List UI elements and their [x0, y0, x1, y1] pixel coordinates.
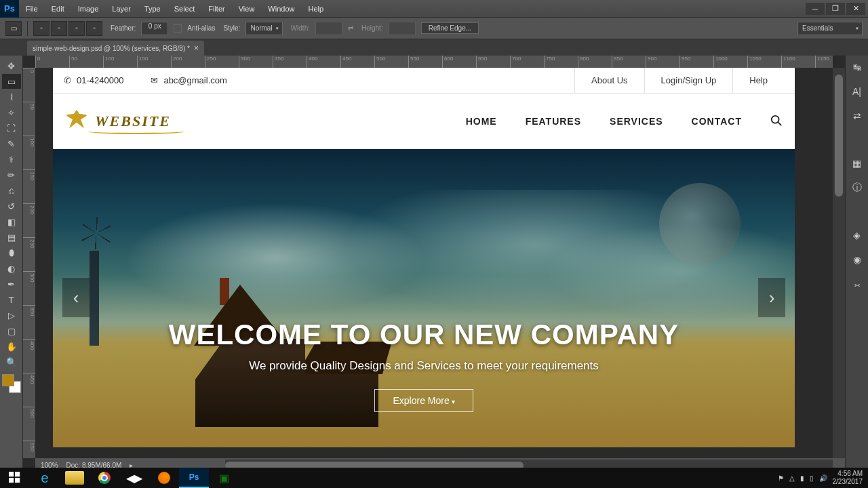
style-label: Style: — [223, 24, 240, 32]
login-link[interactable]: Login/Sign Up — [644, 68, 733, 94]
type-tool-icon[interactable]: T — [2, 292, 21, 307]
menu-view[interactable]: View — [232, 5, 262, 13]
right-panel: ↹ A| ⇄ ▦ ⓘ ◈ ◉ ⟗ — [845, 56, 868, 472]
hero-prev-button[interactable]: ‹ — [62, 278, 90, 317]
gradient-tool-icon[interactable]: ▤ — [2, 230, 21, 245]
workspace-select[interactable]: Essentials — [797, 22, 863, 35]
ruler-vertical[interactable]: 050100150200250300350400450500550 — [23, 68, 35, 458]
window-close[interactable]: ✕ — [846, 3, 865, 15]
nav-services[interactable]: SERVICES — [610, 116, 663, 127]
hero-next-button[interactable]: › — [758, 278, 785, 317]
toolbox: ✥ ▭ ⌇ ✧ ⛶ ✎ ⚕ ✏ ⎌ ↺ ◧ ▤ ⬮ ◐ ✒ T ▷ ▢ ✋ 🔍 — [0, 56, 23, 472]
feather-label: Feather: — [111, 24, 136, 32]
tray-volume-icon[interactable]: 🔊 — [819, 474, 827, 482]
explore-more-button[interactable]: Explore More — [374, 389, 473, 412]
nav-features[interactable]: FEATURES — [526, 116, 581, 127]
site-logo[interactable]: WEBSITE — [65, 110, 171, 133]
swatches-panel-icon[interactable]: ▦ — [850, 156, 865, 171]
ruler-horizontal[interactable]: 0501001502002503003504004505005506006507… — [35, 56, 833, 68]
taskbar-clock[interactable]: 4:56 AM 2/23/2017 — [833, 470, 863, 486]
menu-filter[interactable]: Filter — [201, 5, 231, 13]
tab-close-icon[interactable]: × — [194, 43, 199, 53]
menu-type[interactable]: Type — [138, 5, 167, 13]
history-panel-icon[interactable]: ↹ — [850, 60, 865, 75]
taskbar-explorer-icon[interactable] — [65, 471, 84, 485]
svg-rect-2 — [9, 472, 14, 476]
height-label: Height: — [361, 24, 383, 32]
tray-battery-icon[interactable]: ▮ — [800, 474, 804, 482]
tray-flag-icon[interactable]: ⚑ — [778, 474, 784, 482]
window-minimize[interactable]: ─ — [806, 3, 825, 15]
dodge-tool-icon[interactable]: ◐ — [2, 261, 21, 276]
paths-panel-icon[interactable]: ⟗ — [850, 277, 865, 291]
svg-point-0 — [772, 115, 779, 123]
brush-tool-icon[interactable]: ✏ — [2, 167, 21, 182]
color-swatches[interactable] — [2, 374, 21, 393]
site-navbar: WEBSITE HOME FEATURES SERVICES CONTACT — [53, 94, 795, 149]
tray-network-icon[interactable]: ▯ — [810, 474, 814, 482]
app-menubar: Ps File Edit Image Layer Type Select Fil… — [0, 0, 868, 18]
help-link[interactable]: Help — [732, 68, 784, 94]
move-tool-icon[interactable]: ✥ — [2, 58, 21, 73]
taskbar-unity-icon[interactable]: ◀▶ — [119, 468, 149, 488]
history-brush-tool-icon[interactable]: ↺ — [2, 199, 21, 214]
style-select[interactable]: Normal — [245, 22, 282, 35]
logo-icon — [65, 110, 88, 133]
lasso-tool-icon[interactable]: ⌇ — [2, 89, 21, 104]
options-bar: ▭ ▫ ▫ ▫ ▫ Feather: 0 px Anti-alias Style… — [0, 18, 868, 39]
menu-file[interactable]: File — [19, 5, 45, 13]
selection-new-icon[interactable]: ▫ — [33, 21, 50, 36]
phone-text: 01-4240000 — [77, 75, 123, 85]
taskbar-store-icon[interactable]: ▣ — [209, 468, 239, 488]
zoom-tool-icon[interactable]: 🔍 — [2, 354, 21, 369]
marquee-tool-icon[interactable]: ▭ — [2, 74, 21, 89]
swap-panel-icon[interactable]: ⇄ — [850, 108, 865, 123]
document-tab[interactable]: simple-web-design.psd @ 100% (services, … — [27, 41, 204, 56]
info-panel-icon[interactable]: ⓘ — [850, 180, 865, 195]
tool-preset-icon[interactable]: ▭ — [5, 21, 22, 36]
character-panel-icon[interactable]: A| — [850, 84, 865, 99]
pen-tool-icon[interactable]: ✒ — [2, 277, 21, 291]
layers-panel-icon[interactable]: ◈ — [850, 228, 865, 243]
shape-tool-icon[interactable]: ▢ — [2, 323, 21, 338]
search-icon[interactable] — [770, 115, 783, 129]
nav-contact[interactable]: CONTACT — [692, 116, 742, 127]
refine-edge-button[interactable]: Refine Edge... — [421, 22, 479, 34]
stamp-tool-icon[interactable]: ⎌ — [2, 183, 21, 198]
menu-window[interactable]: Window — [261, 5, 301, 13]
taskbar-ie-icon[interactable]: e — [30, 468, 60, 488]
nav-home[interactable]: HOME — [466, 116, 497, 127]
antialias-checkbox[interactable] — [174, 24, 182, 33]
channels-panel-icon[interactable]: ◉ — [850, 252, 865, 267]
tray-up-icon[interactable]: △ — [789, 474, 795, 482]
menu-edit[interactable]: Edit — [45, 5, 71, 13]
foreground-color[interactable] — [2, 374, 14, 386]
scrollbar-vertical[interactable] — [833, 68, 845, 458]
path-select-tool-icon[interactable]: ▷ — [2, 308, 21, 323]
menu-help[interactable]: Help — [301, 5, 330, 13]
selection-subtract-icon[interactable]: ▫ — [68, 21, 85, 36]
email-item: ✉ abc@gmail.com — [151, 75, 226, 85]
menu-layer[interactable]: Layer — [105, 5, 138, 13]
selection-add-icon[interactable]: ▫ — [51, 21, 67, 36]
menu-select[interactable]: Select — [167, 5, 202, 13]
feather-input[interactable]: 0 px — [141, 22, 168, 35]
menu-image[interactable]: Image — [71, 5, 106, 13]
eraser-tool-icon[interactable]: ◧ — [2, 214, 21, 229]
svg-line-1 — [778, 122, 782, 125]
crop-tool-icon[interactable]: ⛶ — [2, 121, 21, 136]
blur-tool-icon[interactable]: ⬮ — [2, 245, 21, 260]
magic-wand-tool-icon[interactable]: ✧ — [2, 105, 21, 120]
taskbar-firefox-icon[interactable] — [149, 468, 179, 488]
eyedropper-tool-icon[interactable]: ✎ — [2, 136, 21, 151]
hero-subtitle: We provide Quality Designs and Services … — [53, 359, 795, 373]
taskbar-chrome-icon[interactable] — [90, 468, 119, 488]
hand-tool-icon[interactable]: ✋ — [2, 339, 21, 354]
selection-intersect-icon[interactable]: ▫ — [86, 21, 102, 36]
about-link[interactable]: About Us — [574, 68, 644, 94]
window-restore[interactable]: ❐ — [826, 3, 845, 15]
start-button[interactable] — [0, 468, 30, 488]
taskbar-photoshop-icon[interactable]: Ps — [179, 468, 209, 488]
healing-tool-icon[interactable]: ⚕ — [2, 152, 21, 167]
canvas[interactable]: ✆ 01-4240000 ✉ abc@gmail.com About Us Lo… — [35, 68, 833, 458]
